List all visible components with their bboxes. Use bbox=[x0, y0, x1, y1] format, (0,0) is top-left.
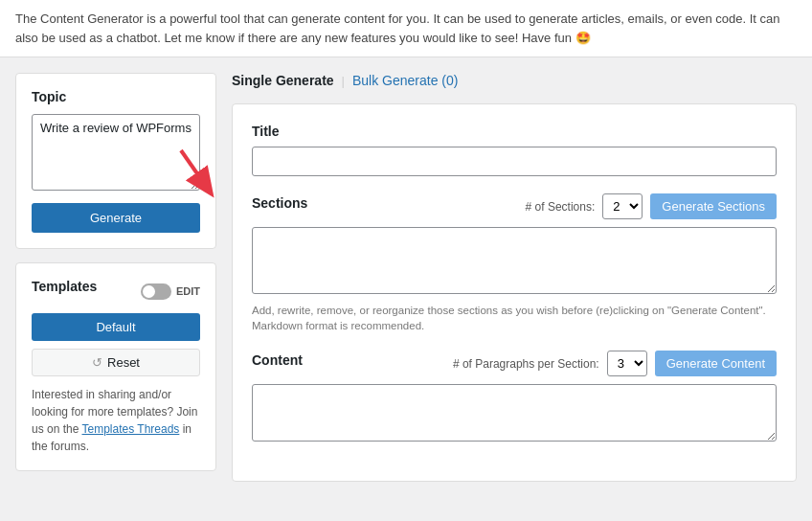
reset-icon: ↺ bbox=[92, 355, 102, 370]
title-input[interactable] bbox=[252, 147, 777, 176]
default-template-button[interactable]: Default bbox=[32, 313, 200, 341]
content-textarea[interactable] bbox=[252, 384, 777, 442]
sections-num-label: # of Sections: bbox=[526, 200, 596, 214]
tab-bulk[interactable]: Bulk Generate (0) bbox=[352, 73, 459, 88]
main-content: Single Generate | Bulk Generate (0) Titl… bbox=[232, 73, 797, 482]
sections-label: Sections bbox=[252, 195, 307, 211]
sections-controls: # of Sections: 1 2 3 4 5 Generate Sectio… bbox=[526, 193, 777, 219]
sections-num-select[interactable]: 1 2 3 4 5 bbox=[602, 193, 643, 219]
reset-button[interactable]: ↺ Reset bbox=[32, 349, 200, 376]
templates-card: Templates EDIT Default ↺ Reset Intereste… bbox=[15, 262, 216, 471]
tabs-bar: Single Generate | Bulk Generate (0) bbox=[232, 73, 797, 88]
top-banner: The Content Generator is a powerful tool… bbox=[0, 0, 812, 57]
sections-textarea[interactable] bbox=[252, 227, 777, 294]
sidebar: Topic Write a review of WPForms Generate bbox=[15, 73, 216, 471]
tab-separator: | bbox=[342, 74, 345, 88]
tab-single[interactable]: Single Generate bbox=[232, 73, 334, 88]
generate-button[interactable]: Generate bbox=[32, 203, 200, 233]
content-num-label: # of Paragraphs per Section: bbox=[453, 357, 599, 371]
title-label: Title bbox=[252, 124, 777, 139]
toggle-switch-icon[interactable] bbox=[141, 283, 171, 300]
edit-toggle[interactable]: EDIT bbox=[141, 283, 200, 300]
content-label: Content bbox=[252, 352, 303, 368]
topic-card: Topic Write a review of WPForms Generate bbox=[15, 73, 216, 249]
reset-label: Reset bbox=[107, 355, 140, 370]
sections-hint: Add, rewrite, remove, or reorganize thos… bbox=[252, 303, 777, 333]
content-controls: # of Paragraphs per Section: 1 2 3 4 5 G… bbox=[453, 351, 777, 376]
banner-text: The Content Generator is a powerful tool… bbox=[15, 11, 780, 45]
edit-label: EDIT bbox=[176, 285, 200, 297]
templates-threads-link[interactable]: Templates Threads bbox=[82, 422, 180, 436]
content-panel: Title Sections # of Sections: 1 2 3 4 5 bbox=[232, 103, 797, 482]
topic-input[interactable]: Write a review of WPForms bbox=[32, 114, 200, 191]
generate-sections-button[interactable]: Generate Sections bbox=[650, 193, 777, 219]
template-note: Interested in sharing and/or looking for… bbox=[32, 386, 200, 455]
templates-label: Templates bbox=[32, 279, 97, 294]
sections-section: Sections # of Sections: 1 2 3 4 5 Genera… bbox=[252, 193, 777, 333]
topic-label: Topic bbox=[32, 89, 200, 104]
generate-content-button[interactable]: Generate Content bbox=[655, 351, 777, 376]
content-section: Content # of Paragraphs per Section: 1 2… bbox=[252, 351, 777, 444]
content-num-select[interactable]: 1 2 3 4 5 bbox=[607, 351, 647, 376]
title-section: Title bbox=[252, 124, 777, 176]
